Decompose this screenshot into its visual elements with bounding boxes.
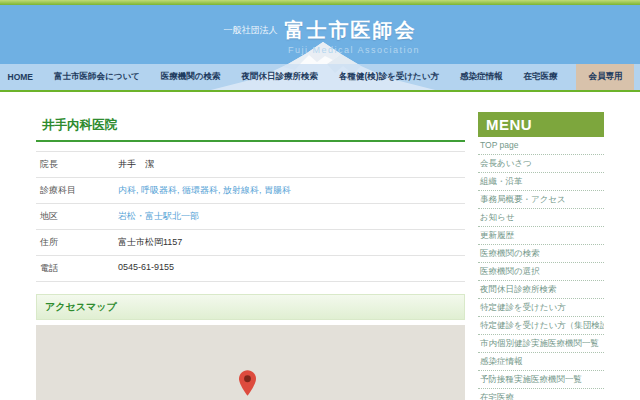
info-row: 地区 岩松・富士駅北一部 <box>36 203 465 229</box>
site-subtitle: Fuji Medical Association <box>34 45 640 55</box>
org-type-label: 一般社団法人 <box>224 24 278 37</box>
info-row: 診療科目 内科, 呼吸器科, 循環器科, 放射線科, 胃腸科 <box>36 177 465 203</box>
site-brand: 一般社団法人 富士市医師会 Fuji Medical Association <box>0 17 640 55</box>
sidebar-menu-item[interactable]: 感染症情報 <box>478 353 604 371</box>
info-row-value[interactable]: 内科, 呼吸器科, 循環器科, 放射線科, 胃腸科 <box>118 184 291 197</box>
info-row-label: 住所 <box>40 236 118 249</box>
sidebar-menu-item[interactable]: 事務局概要・アクセス <box>478 191 604 209</box>
sidebar-menu-item[interactable]: 更新履歴 <box>478 227 604 245</box>
info-row-value: 0545-61-9155 <box>118 262 174 272</box>
info-row-label: 診療科目 <box>40 184 118 197</box>
nav-item[interactable]: 会員専用 <box>576 64 634 90</box>
menu-title: MENU <box>478 112 604 137</box>
info-row: 電話 0545-61-9155 <box>36 255 465 282</box>
info-row-label: 地区 <box>40 210 118 223</box>
sidebar-menu-item[interactable]: 医療機関の検索 <box>478 245 604 263</box>
nav-item[interactable]: 富士市医師会について <box>52 64 142 90</box>
map-pin-icon <box>239 370 256 396</box>
sidebar-menu-item[interactable]: 特定健診を受けたい方（集団検診） <box>478 317 604 335</box>
main-content: 井手内科医院 院長 井手 潔 診療科目 内科, 呼吸器科, 循環器科, 放射線科… <box>36 104 465 400</box>
sidebar-menu: MENU TOP page会長あいさつ組織・沿革事務局概要・アクセスお知らせ更新… <box>478 112 604 400</box>
nav-item[interactable]: 各種健(検)診を受けたい方 <box>337 64 441 90</box>
sidebar-menu-item[interactable]: 特定健診を受けたい方 <box>478 299 604 317</box>
nav-item[interactable]: 夜間休日診療所検索 <box>240 64 321 90</box>
access-map[interactable] <box>36 325 465 400</box>
site-header: 一般社団法人 富士市医師会 Fuji Medical Association H… <box>0 0 640 92</box>
site-title: 富士市医師会 <box>285 17 417 44</box>
info-row: 院長 井手 潔 <box>36 151 465 177</box>
sidebar-menu-item[interactable]: 在宅医療 <box>478 389 604 400</box>
info-row-value: 井手 潔 <box>118 158 154 171</box>
info-row-value: 富士市松岡1157 <box>118 236 182 249</box>
sidebar-menu-item[interactable]: 医療機関の選択 <box>478 263 604 281</box>
top-accent-strip <box>0 0 640 5</box>
info-row-label: 電話 <box>40 262 118 275</box>
main-nav: HOME富士市医師会について医療機関の検索夜間休日診療所検索各種健(検)診を受け… <box>0 64 640 90</box>
sidebar-menu-item[interactable]: 組織・沿革 <box>478 173 604 191</box>
info-row-label: 院長 <box>40 158 118 171</box>
sidebar-menu-item[interactable]: 会長あいさつ <box>478 155 604 173</box>
nav-item[interactable]: 感染症情報 <box>458 64 505 90</box>
sidebar-menu-item[interactable]: TOP page <box>478 137 604 155</box>
info-row: 住所 富士市松岡1157 <box>36 229 465 255</box>
sidebar-menu-item[interactable]: 夜間休日診療所検索 <box>478 281 604 299</box>
menu-list: TOP page会長あいさつ組織・沿革事務局概要・アクセスお知らせ更新履歴医療機… <box>478 137 604 400</box>
access-map-heading: アクセスマップ <box>36 294 465 320</box>
nav-item[interactable]: HOME <box>6 64 36 90</box>
info-row-value[interactable]: 岩松・富士駅北一部 <box>118 210 199 223</box>
nav-item[interactable]: 医療機関の検索 <box>159 64 223 90</box>
sidebar-menu-item[interactable]: 市内個別健診実施医療機関一覧 <box>478 335 604 353</box>
nav-item[interactable]: 在宅医療 <box>521 64 559 90</box>
page-title: 井手内科医院 <box>36 112 465 142</box>
sidebar-menu-item[interactable]: 予防接種実施医療機関一覧 <box>478 371 604 389</box>
clinic-info-table: 院長 井手 潔 診療科目 内科, 呼吸器科, 循環器科, 放射線科, 胃腸科 地… <box>36 151 465 282</box>
sidebar-menu-item[interactable]: お知らせ <box>478 209 604 227</box>
